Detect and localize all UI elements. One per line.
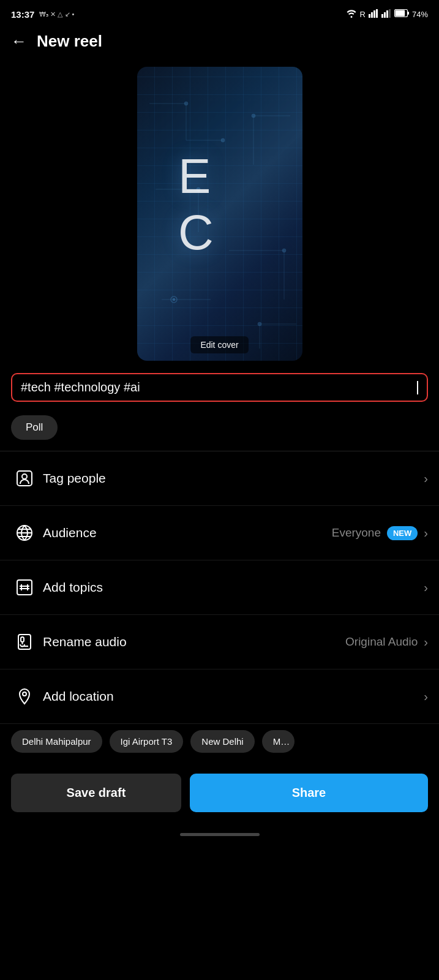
- svg-point-32: [22, 474, 27, 479]
- svg-point-30: [258, 322, 261, 326]
- audience-value: Everyone: [332, 526, 381, 540]
- svg-rect-35: [17, 580, 32, 595]
- tag-people-right: ›: [424, 472, 428, 486]
- svg-rect-10: [395, 10, 405, 17]
- status-right-icons: R 74%: [346, 9, 428, 20]
- svg-rect-9: [408, 12, 409, 15]
- chip-more[interactable]: M…: [262, 730, 295, 753]
- audience-icon: [11, 519, 38, 546]
- menu-item-add-location[interactable]: Add location ›: [0, 669, 439, 724]
- svg-rect-3: [376, 9, 378, 18]
- audience-chevron: ›: [424, 526, 428, 540]
- add-topics-chevron: ›: [424, 581, 428, 595]
- svg-point-14: [184, 102, 188, 105]
- home-bar: [180, 833, 260, 836]
- signal-icon: [369, 9, 378, 20]
- page-title: New reel: [37, 32, 102, 51]
- svg-point-44: [23, 692, 26, 696]
- rename-audio-label: Rename audio: [43, 635, 345, 649]
- poll-button[interactable]: Poll: [11, 415, 58, 440]
- tag-people-chevron: ›: [424, 472, 428, 486]
- carrier-label: R: [360, 10, 366, 19]
- location-chips-row: Delhi Mahipalpur Igi Airport T3 New Delh…: [0, 724, 439, 765]
- chip-igi-airport[interactable]: Igi Airport T3: [110, 730, 184, 753]
- new-badge: NEW: [387, 526, 418, 540]
- svg-point-15: [221, 138, 225, 142]
- svg-rect-1: [371, 12, 373, 18]
- home-indicator: [0, 824, 439, 841]
- tag-people-label: Tag people: [43, 471, 424, 486]
- svg-rect-41: [21, 637, 24, 642]
- save-draft-button[interactable]: Save draft: [11, 774, 181, 812]
- svg-rect-6: [386, 10, 388, 18]
- status-left-icons: ₩₃ ✕ △ ↙ •: [39, 10, 74, 18]
- svg-rect-4: [381, 14, 383, 18]
- wifi-icon: [346, 9, 357, 20]
- svg-rect-40: [18, 635, 31, 649]
- caption-input-box[interactable]: #tech #technology #ai: [11, 373, 428, 402]
- audio-icon: [11, 628, 38, 655]
- menu-item-audience[interactable]: Audience Everyone NEW ›: [0, 506, 439, 560]
- status-bar: 13:37 ₩₃ ✕ △ ↙ • R 74%: [0, 0, 439, 26]
- add-topics-right: ›: [424, 581, 428, 595]
- chip-new-delhi[interactable]: New Delhi: [190, 730, 254, 753]
- svg-rect-7: [389, 9, 391, 18]
- caption-area[interactable]: #tech #technology #ai: [11, 373, 428, 402]
- chip-delhi-mahipalpur[interactable]: Delhi Mahipalpur: [11, 730, 102, 753]
- location-icon: [11, 683, 38, 710]
- rename-audio-value: Original Audio: [345, 635, 418, 649]
- svg-rect-0: [369, 14, 370, 18]
- svg-rect-2: [373, 10, 375, 18]
- back-button[interactable]: ←: [11, 32, 27, 51]
- poll-area: Poll: [0, 410, 439, 451]
- share-button[interactable]: Share: [190, 774, 428, 812]
- audience-right: Everyone NEW ›: [332, 526, 428, 540]
- status-time: 13:37: [11, 9, 34, 20]
- rename-audio-right: Original Audio ›: [345, 635, 428, 649]
- svg-rect-5: [384, 12, 386, 18]
- add-topics-label: Add topics: [43, 580, 424, 595]
- add-location-right: ›: [424, 690, 428, 704]
- svg-point-27: [173, 298, 175, 301]
- video-ec-overlay: E C: [178, 148, 261, 261]
- hashtag-icon: [11, 574, 38, 601]
- menu-item-rename-audio[interactable]: Rename audio Original Audio ›: [0, 615, 439, 669]
- battery-percent: 74%: [412, 10, 428, 19]
- svg-point-24: [282, 249, 286, 252]
- signal2-icon: [381, 9, 391, 20]
- audience-label: Audience: [43, 526, 332, 540]
- battery-icon: [394, 9, 409, 19]
- tag-person-icon: [11, 465, 38, 492]
- svg-point-18: [252, 114, 255, 118]
- add-location-chevron: ›: [424, 690, 428, 704]
- video-thumbnail-container: E C Edit cover: [0, 61, 439, 373]
- rename-audio-chevron: ›: [424, 635, 428, 649]
- video-thumbnail[interactable]: E C Edit cover: [137, 67, 302, 361]
- menu-item-tag-people[interactable]: Tag people ›: [0, 451, 439, 506]
- edit-cover-button[interactable]: Edit cover: [190, 336, 248, 353]
- caption-text[interactable]: #tech #technology #ai: [21, 380, 416, 394]
- bottom-action-bar: Save draft Share: [0, 765, 439, 824]
- add-location-label: Add location: [43, 689, 424, 704]
- header: ← New reel: [0, 26, 439, 61]
- cursor: [417, 381, 418, 394]
- menu-item-add-topics[interactable]: Add topics ›: [0, 560, 439, 615]
